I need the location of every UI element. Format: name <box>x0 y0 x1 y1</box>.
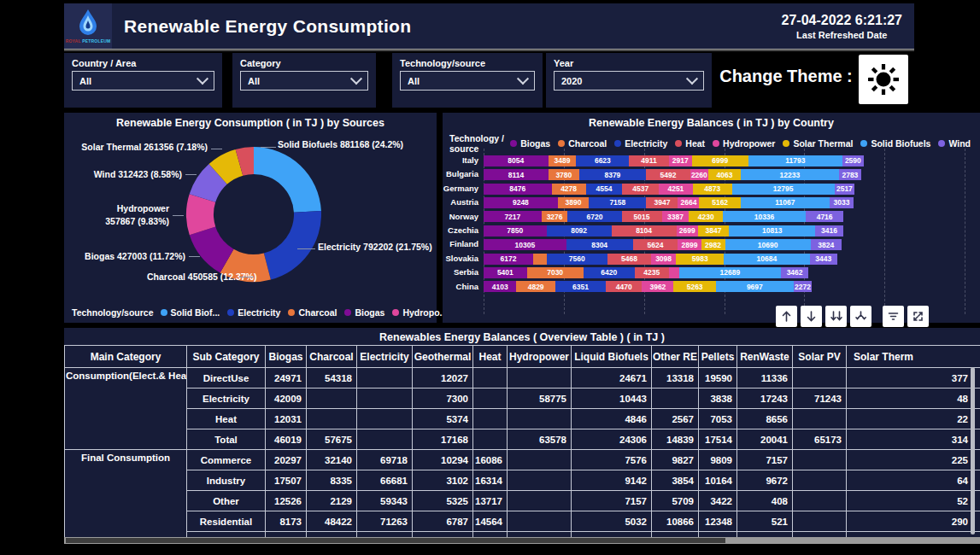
bar-segment-solar-thermal[interactable]: 4063 <box>708 169 741 180</box>
bar-segment-solid-biofuels[interactable]: 10336 <box>723 211 806 222</box>
bar-segment-biogas[interactable]: 6172 <box>484 254 533 265</box>
bar-segment-electricity[interactable]: 6351 <box>555 281 607 292</box>
bar-segment-solar-thermal[interactable]: 2982 <box>701 239 725 250</box>
bar-segment-biogas[interactable]: 8054 <box>484 155 549 166</box>
bar-segment-solar-thermal[interactable]: 5263 <box>673 281 715 292</box>
bar-segment-electricity[interactable]: 8379 <box>579 169 647 180</box>
bar-segment-solid-biofuels[interactable]: 10813 <box>729 225 815 237</box>
bar-segment-biogas[interactable]: 4103 <box>484 281 516 292</box>
drill-down-button[interactable] <box>801 306 822 327</box>
table-vertical-scrollbar[interactable] <box>971 367 975 535</box>
bar-segment-biogas[interactable]: 7850 <box>484 225 547 237</box>
bar-segment-heat[interactable]: 5468 <box>607 254 651 265</box>
legend-item-electricity[interactable]: Electricity <box>614 138 667 149</box>
bar-segment-hydropower[interactable]: 4251 <box>659 184 693 195</box>
bar-segment-solid-biofuels[interactable]: 12689 <box>679 267 781 278</box>
expand-all-down-button[interactable] <box>850 306 871 327</box>
bar-segment-charcoal[interactable]: 4278 <box>552 184 586 195</box>
drill-up-button[interactable] <box>776 306 797 327</box>
bar-segment-heat[interactable]: 4911 <box>629 155 668 166</box>
bar-segment-hydropower[interactable]: 2664 <box>678 197 699 208</box>
expand-next-level-button[interactable] <box>825 306 847 327</box>
bar-segment-biogas[interactable]: 7217 <box>484 211 542 222</box>
bar-segment-wind[interactable]: 3824 <box>811 239 842 250</box>
bar-segment-charcoal[interactable]: 3780 <box>549 169 578 180</box>
bar-segment-solid-biofuels[interactable]: 11067 <box>741 197 830 208</box>
bar-segment-solar-thermal[interactable]: 4873 <box>693 184 732 195</box>
filters-button[interactable] <box>883 306 904 327</box>
bar-segment-hydropower[interactable]: 2260 <box>690 169 708 180</box>
bar-segment-heat[interactable]: 5015 <box>622 211 662 222</box>
bar-segment-wind[interactable]: 4716 <box>806 211 843 222</box>
bar-segment-solid-biofuels[interactable]: 12795 <box>732 184 835 195</box>
legend-item-solid-biofuels[interactable]: Solid Biofuels <box>860 138 930 149</box>
bar-segment-charcoal[interactable] <box>533 254 547 265</box>
legend-item-solid-biofuels[interactable]: Solid Biof... <box>161 307 220 318</box>
bar-segment-biogas[interactable]: 9248 <box>484 197 558 208</box>
filter-technology-select[interactable]: All <box>400 71 535 91</box>
legend-item-charcoal[interactable]: Charcoal <box>558 138 607 149</box>
bar-segment-charcoal[interactable]: 3489 <box>549 155 577 166</box>
bar-segment-solid-biofuels[interactable]: 11793 <box>748 155 843 166</box>
bar-segment-solar-thermal[interactable]: 6999 <box>692 155 748 166</box>
legend-item-hydropower[interactable]: Hydropower <box>713 138 775 149</box>
bar-segment-hydropower[interactable]: 3098 <box>651 254 676 265</box>
legend-item-wind[interactable]: Wind <box>938 138 971 149</box>
bar-segment-biogas[interactable]: 8114 <box>484 169 549 180</box>
change-theme-button[interactable] <box>859 55 908 104</box>
legend-item-biogas[interactable]: Biogas <box>510 138 550 149</box>
bar-segment-electricity[interactable]: 6420 <box>584 267 635 278</box>
filter-country-select[interactable]: All <box>72 71 214 91</box>
bar-segment-solar-thermal[interactable]: 5162 <box>699 197 740 208</box>
legend-item-solar-thermal[interactable]: Solar Thermal <box>783 138 853 149</box>
bar-segment-wind[interactable]: 3462 <box>781 267 808 278</box>
bar-segment-hydropower[interactable]: 2917 <box>669 155 692 166</box>
bar-segment-hydropower[interactable]: 3962 <box>642 281 673 292</box>
bar-segment-hydropower[interactable] <box>669 267 679 278</box>
table-horizontal-scrollbar-thumb[interactable] <box>66 538 725 543</box>
bar-segment-electricity[interactable]: 7560 <box>547 254 607 265</box>
bar-segment-solar-thermal[interactable]: 5983 <box>676 254 724 265</box>
donut-slice-solid-biofuels[interactable] <box>254 147 321 213</box>
legend-item-electricity[interactable]: Electricity <box>227 307 280 318</box>
bar-segment-wind[interactable]: 2517 <box>835 184 855 195</box>
bar-segment-charcoal[interactable]: 3890 <box>558 197 590 208</box>
focus-mode-button[interactable] <box>907 306 929 327</box>
bar-segment-electricity[interactable]: 7158 <box>589 197 646 208</box>
bar-segment-charcoal[interactable]: 4829 <box>516 281 555 292</box>
bar-segment-solid-biofuels[interactable]: 10690 <box>725 239 811 250</box>
bar-segment-wind[interactable]: 2783 <box>839 169 861 180</box>
bar-segment-heat[interactable]: 3947 <box>646 197 678 208</box>
bar-segment-electricity[interactable]: 6720 <box>567 211 621 222</box>
bar-segment-hydropower[interactable]: 3387 <box>662 211 690 222</box>
legend-item-hydropower[interactable]: Hydropo... <box>392 307 447 318</box>
bar-segment-solid-biofuels[interactable]: 9697 <box>716 281 794 292</box>
bar-segment-heat[interactable]: 4470 <box>606 281 642 292</box>
bar-segment-hydropower[interactable]: 2899 <box>678 239 701 250</box>
bar-segment-electricity[interactable]: 8304 <box>566 239 633 250</box>
bar-segment-heat[interactable]: 8104 <box>612 225 677 237</box>
bar-segment-solar-thermal[interactable]: 3847 <box>698 225 729 237</box>
table-horizontal-scrollbar-track[interactable] <box>64 537 980 544</box>
bar-segment-electricity[interactable]: 4554 <box>586 184 623 195</box>
bar-segment-biogas[interactable]: 10305 <box>484 239 566 250</box>
donut-slice-electricity[interactable] <box>264 211 321 279</box>
legend-item-heat[interactable]: Heat <box>675 138 705 149</box>
bar-segment-heat[interactable]: 5624 <box>633 239 678 250</box>
bar-segment-heat[interactable]: 4537 <box>622 184 659 195</box>
bar-segment-wind[interactable]: 3033 <box>830 197 854 208</box>
bar-segment-wind[interactable]: 3443 <box>810 254 837 265</box>
bar-segment-biogas[interactable]: 5401 <box>484 267 527 278</box>
bar-segment-wind[interactable]: 2272 <box>794 281 812 292</box>
bar-segment-electricity[interactable]: 6623 <box>576 155 629 166</box>
bar-segment-electricity[interactable]: 8092 <box>547 225 612 237</box>
bar-segment-charcoal[interactable]: 3276 <box>542 211 568 222</box>
bar-segment-heat[interactable]: 5492 <box>646 169 690 180</box>
filter-year-select[interactable]: 2020 <box>554 71 704 91</box>
bar-segment-charcoal[interactable]: 7030 <box>527 267 584 278</box>
bar-segment-wind[interactable]: 2590 <box>842 155 863 166</box>
bar-segment-biogas[interactable]: 8476 <box>484 184 552 195</box>
filter-category-select[interactable]: All <box>240 71 368 91</box>
bar-segment-solar-thermal[interactable]: 4230 <box>689 211 723 222</box>
bar-segment-hydropower[interactable]: 2699 <box>677 225 698 237</box>
